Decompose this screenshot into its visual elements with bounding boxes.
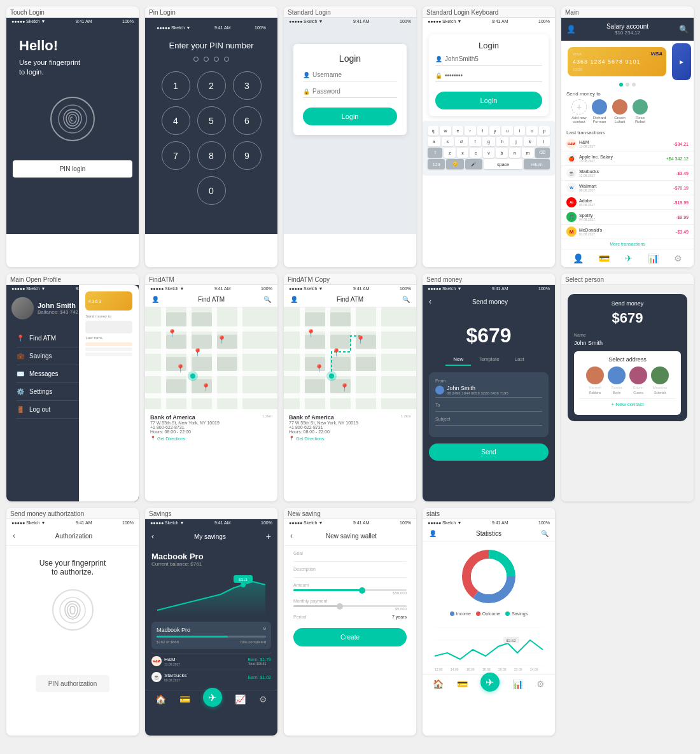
pin-key-8[interactable]: 8 — [197, 141, 226, 170]
kb-key-w[interactable]: w — [440, 126, 451, 136]
back-btn[interactable]: ‹ — [151, 532, 154, 541]
get-directions-btn-copy[interactable]: 📍 Get Directions — [289, 436, 411, 441]
nav-stats[interactable]: 📊 — [648, 253, 659, 263]
tab-new[interactable]: New — [445, 354, 471, 366]
kb-key-z[interactable]: z — [444, 148, 455, 158]
to-field[interactable]: To — [435, 403, 542, 412]
send-button[interactable]: Send — [429, 443, 549, 461]
kb-key-x[interactable]: x — [457, 148, 468, 158]
pin-key-4[interactable]: 4 — [162, 106, 190, 135]
fab-send[interactable]: ✈ — [203, 688, 222, 707]
kb-key-f[interactable]: f — [469, 137, 482, 146]
sp-contact-1[interactable]: Harriett Robbins — [586, 367, 604, 394]
monthly-slider[interactable] — [293, 605, 407, 607]
pin-key-6[interactable]: 6 — [233, 106, 262, 135]
kb-password-input[interactable] — [445, 72, 542, 79]
kb-123[interactable]: 123 — [428, 159, 445, 169]
password-field[interactable]: 🔒 — [303, 88, 397, 98]
get-directions-btn[interactable]: 📍 Get Directions — [150, 436, 272, 441]
kb-return[interactable]: return — [524, 159, 550, 169]
pin-key-7[interactable]: 7 — [162, 141, 190, 170]
kb-key-j[interactable]: j — [510, 137, 522, 146]
nav-send[interactable]: ✈ — [625, 253, 633, 263]
kb-key-a[interactable]: a — [428, 137, 440, 146]
search-icon[interactable]: 🔍 — [402, 296, 410, 303]
kb-key-r[interactable]: r — [465, 126, 475, 136]
nav-settings[interactable]: ⚙ — [674, 253, 682, 263]
kb-key-e[interactable]: e — [452, 126, 463, 136]
profile-icon[interactable]: 👤 — [151, 296, 159, 303]
fab-send[interactable]: ✈ — [480, 673, 500, 692]
more-transactions-btn[interactable]: More transactions — [561, 239, 694, 249]
sp-contact-3[interactable]: Edwin Guerra — [629, 367, 647, 394]
amount-slider[interactable] — [293, 589, 407, 591]
kb-key-c[interactable]: c — [470, 148, 481, 158]
nav-stats[interactable]: 📊 — [512, 679, 523, 692]
profile-icon[interactable]: 👤 — [429, 530, 437, 537]
pin-key-9[interactable]: 9 — [233, 141, 262, 170]
contact-2[interactable]: GracinLubait — [612, 99, 627, 123]
profile-icon[interactable]: 👤 — [566, 25, 576, 34]
subject-field[interactable]: Subject — [435, 417, 542, 426]
kb-username-field[interactable]: 👤 — [435, 55, 542, 66]
kb-key-g[interactable]: g — [482, 137, 495, 146]
pin-key-0[interactable]: 0 — [197, 176, 226, 205]
nav-card[interactable]: 💳 — [457, 679, 468, 692]
username-field[interactable]: 👤 — [303, 71, 397, 81]
kb-key-m[interactable]: m — [522, 148, 533, 158]
contact-1[interactable]: RichardForman — [592, 99, 607, 123]
tab-last[interactable]: Last — [507, 354, 532, 366]
nav-settings[interactable]: ⚙ — [536, 679, 545, 692]
sp-contact-2[interactable]: Sunita Boyle — [608, 367, 626, 394]
tab-template[interactable]: Template — [471, 354, 507, 366]
new-contact-btn[interactable]: + New contact — [579, 398, 676, 410]
pin-login-button[interactable]: PIN login — [13, 160, 132, 178]
nav-card[interactable]: 💳 — [599, 253, 610, 263]
add-saving-btn[interactable]: + — [266, 531, 271, 541]
kb-mic[interactable]: 🎤 — [465, 159, 482, 169]
kb-emoji[interactable]: 😊 — [446, 159, 463, 169]
kb-key-o[interactable]: o — [526, 126, 537, 136]
kb-key-d[interactable]: d — [455, 137, 468, 146]
nav-home[interactable]: 👤 — [573, 253, 584, 263]
search-icon[interactable]: 🔍 — [541, 530, 549, 537]
kb-key-y[interactable]: y — [489, 126, 500, 136]
nav-settings[interactable]: ⚙ — [259, 694, 267, 707]
kb-key-v[interactable]: v — [483, 148, 494, 158]
nav-home[interactable]: 🏠 — [155, 694, 166, 707]
kb-key-q[interactable]: q — [428, 126, 438, 136]
kb-username-input[interactable] — [445, 55, 542, 62]
nav-home[interactable]: 🏠 — [433, 679, 444, 692]
pin-key-3[interactable]: 3 — [233, 71, 262, 100]
kb-key-k[interactable]: k — [524, 137, 536, 146]
kb-key-b[interactable]: b — [496, 148, 507, 158]
kb-key-t[interactable]: t — [477, 126, 488, 136]
search-icon[interactable]: 🔍 — [263, 296, 271, 303]
login-button[interactable]: Login — [303, 108, 397, 125]
pin-auth-btn[interactable]: PIN authorization — [36, 675, 110, 692]
nav-card[interactable]: 💳 — [179, 694, 190, 707]
goal-field[interactable]: Goal — [293, 551, 407, 562]
kb-key-l[interactable]: l — [537, 137, 550, 146]
contact-3[interactable]: RoseRobot — [633, 99, 648, 123]
kb-key-s[interactable]: s — [442, 137, 454, 146]
kb-shift[interactable]: ⇧ — [428, 148, 442, 158]
kb-login-button[interactable]: Login — [435, 92, 542, 109]
password-input[interactable] — [312, 88, 397, 95]
pin-key-1[interactable]: 1 — [162, 71, 190, 100]
kb-password-field[interactable]: 🔒 — [435, 72, 542, 82]
sp-contact-4[interactable]: Meadow Schmidt — [651, 367, 669, 394]
pin-key-5[interactable]: 5 — [197, 106, 226, 135]
search-icon[interactable]: 🔍 — [679, 25, 689, 34]
monthly-thumb[interactable] — [337, 603, 343, 610]
username-input[interactable] — [312, 71, 397, 78]
kb-key-u[interactable]: u — [501, 126, 512, 136]
kb-key-i[interactable]: i — [514, 126, 525, 136]
pin-key-2[interactable]: 2 — [197, 71, 226, 100]
desc-field[interactable]: Description — [293, 567, 407, 578]
create-btn[interactable]: Create — [293, 628, 407, 646]
add-contact-btn[interactable]: + Add newcontact — [571, 99, 587, 123]
nav-savings[interactable]: 📈 — [235, 694, 246, 707]
profile-icon[interactable]: 👤 — [290, 296, 298, 303]
kb-key-p[interactable]: p — [539, 126, 550, 136]
